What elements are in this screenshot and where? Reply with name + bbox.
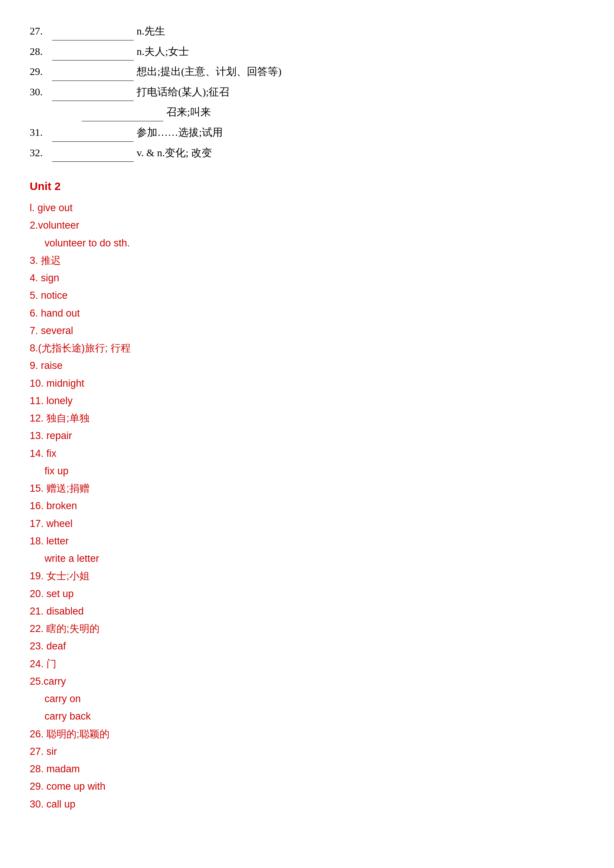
vocab-sub-item: fix up — [30, 462, 584, 480]
vocab-item: 16. broken — [30, 497, 584, 515]
vocab-item: 18. letter — [30, 533, 584, 550]
vocab-item: 19. 女士;小姐 — [30, 567, 584, 585]
fill-answer-text: v. & n.变化; 改变 — [136, 144, 212, 162]
fill-answer-text: n.先生 — [136, 22, 165, 40]
vocab-item: 4. sign — [30, 270, 584, 287]
vocab-sub-item: write a letter — [30, 550, 584, 567]
vocab-sub-item: volunteer to do sth. — [30, 234, 584, 252]
fill-blank — [52, 124, 133, 142]
vocab-item: 21. disabled — [30, 603, 584, 620]
vocab-item: 5. notice — [30, 287, 584, 304]
vocab-item: 23. deaf — [30, 637, 584, 655]
vocab-item: 30. call up — [30, 796, 584, 813]
vocab-item: 13. repair — [30, 427, 584, 445]
vocab-item: 17. wheel — [30, 515, 584, 533]
vocab-item: 7. several — [30, 322, 584, 339]
fill-answer-text: 想出;提出(主意、计划、回答等) — [136, 63, 281, 81]
fill-blank — [52, 22, 133, 40]
vocab-item: 20. set up — [30, 585, 584, 603]
fill-number: 28. — [30, 43, 52, 60]
vocab-item: 25.carry — [30, 673, 584, 690]
vocab-item: 10. midnight — [30, 375, 584, 392]
vocab-item: 15. 赠送;捐赠 — [30, 480, 584, 497]
vocab-item: 3. 推迟 — [30, 252, 584, 270]
fill-answer-text: n.夫人;女士 — [136, 43, 189, 60]
vocab-item: 8.(尤指长途)旅行; 行程 — [30, 339, 584, 357]
vocab-item: l. give out — [30, 199, 584, 217]
vocab-item: 24. 门 — [30, 656, 584, 673]
fill-blank — [52, 144, 133, 162]
fill-blank — [52, 83, 133, 101]
vocab-item: 22. 瞎的;失明的 — [30, 620, 584, 637]
vocab-item: 26. 聪明的;聪颖的 — [30, 725, 584, 743]
fill-blank — [82, 103, 163, 121]
vocab-item: 6. hand out — [30, 305, 584, 322]
fill-number: 27. — [30, 22, 52, 40]
fill-answer-text: 召来;叫来 — [166, 103, 211, 121]
vocab-list: l. give out2.volunteervolunteer to do st… — [30, 199, 584, 813]
vocab-item: 2.volunteer — [30, 217, 584, 234]
fill-blank — [52, 63, 133, 81]
vocab-sub-item: carry on — [30, 690, 584, 708]
unit-title: Unit 2 — [30, 177, 584, 195]
vocab-item: 9. raise — [30, 357, 584, 374]
vocab-item: 28. madam — [30, 760, 584, 778]
vocab-item: 14. fix — [30, 445, 584, 462]
vocab-item: 27. sir — [30, 743, 584, 760]
vocab-item: 11. lonely — [30, 392, 584, 410]
fill-answer-text: 参加……选拔;试用 — [136, 124, 223, 141]
vocab-item: 29. come up with — [30, 778, 584, 795]
fill-number: 29. — [30, 63, 52, 81]
fill-number: 30. — [30, 83, 52, 101]
vocab-sub-item: carry back — [30, 708, 584, 725]
fill-answer-text: 打电话给(某人);征召 — [136, 83, 229, 101]
vocab-item: 12. 独自;单独 — [30, 410, 584, 427]
fill-number: 32. — [30, 144, 52, 162]
fill-section: 27. n.先生28. n.夫人;女士29. 想出;提出(主意、计划、回答等)3… — [30, 22, 584, 162]
unit-section: Unit 2 l. give out2.volunteervolunteer t… — [30, 177, 584, 813]
fill-number: 31. — [30, 124, 52, 141]
fill-blank — [52, 43, 133, 61]
